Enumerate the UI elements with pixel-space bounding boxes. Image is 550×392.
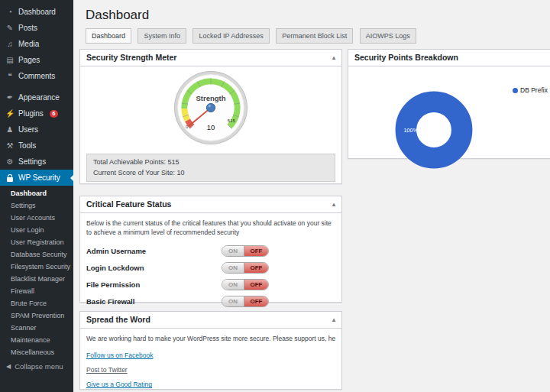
twitter-link[interactable]: Post to Twitter: [86, 366, 128, 374]
toggle-off-segment[interactable]: OFF: [244, 246, 268, 256]
panel-collapse-toggle-icon[interactable]: ▴: [332, 53, 335, 62]
panel-collapse-toggle-icon[interactable]: ▴: [332, 316, 335, 324]
sidebar-item-label: Tools: [18, 141, 36, 151]
submenu-item-user-login[interactable]: User Login: [0, 224, 73, 236]
submenu-item-user-accounts[interactable]: User Accounts: [0, 212, 73, 224]
sidebar-item-dashboard[interactable]: ◔ Dashboard: [0, 4, 73, 20]
points-donut-chart: 100%: [392, 88, 476, 172]
submenu-item-miscellaneous[interactable]: Miscellaneous: [0, 346, 73, 358]
submenu-item-scanner[interactable]: Scanner: [0, 322, 73, 334]
rating-link[interactable]: Give us a Good Rating: [86, 381, 152, 388]
sidebar-item-plugins[interactable]: ⚡ Plugins 6: [0, 105, 73, 121]
feature-toggle-basic-firewall[interactable]: ON OFF: [222, 296, 269, 307]
toggle-off-segment[interactable]: OFF: [244, 263, 268, 273]
facebook-link[interactable]: Follow us on Facebook: [86, 352, 153, 359]
total-achievable-points: Total Achievable Points: 515: [93, 157, 328, 168]
gauge-label: Strength: [196, 94, 225, 102]
plugins-icon: ⚡: [5, 109, 15, 118]
sidebar-item-label: Posts: [18, 23, 37, 33]
lock-icon: [5, 174, 15, 182]
feature-toggle-login-lockdown[interactable]: ON OFF: [222, 262, 269, 274]
donut-slice-label: 100%: [403, 127, 418, 134]
panel-collapse-toggle-icon[interactable]: ▴: [332, 200, 335, 209]
tab-permanent-block-list[interactable]: Permanent Block List: [276, 28, 353, 44]
sidebar-item-label: Pages: [18, 55, 40, 65]
tab-system-info[interactable]: System Info: [138, 28, 186, 44]
pages-icon: ▤: [5, 55, 15, 65]
sidebar-item-pages[interactable]: ▤ Pages: [0, 52, 73, 68]
sidebar-item-tools[interactable]: ⚒ Tools: [0, 138, 73, 154]
sidebar-item-label: Comments: [18, 71, 55, 81]
chart-legend: DB Prefix: [513, 86, 548, 94]
submenu-item-blacklist-manager[interactable]: Blacklist Manager: [0, 273, 73, 285]
score-summary-box: Total Achievable Points: 515 Current Sco…: [86, 154, 335, 182]
submenu-item-spam-prevention[interactable]: SPAM Prevention: [0, 309, 73, 322]
sidebar-item-comments[interactable]: ❝ Comments: [0, 68, 73, 84]
spread-description: We are working hard to make your WordPre…: [86, 334, 335, 343]
panel-title: Spread the Word: [86, 316, 150, 324]
toggle-on-segment[interactable]: ON: [222, 263, 244, 273]
toggle-on-segment[interactable]: ON: [222, 246, 244, 256]
feature-toggle-file-permission[interactable]: ON OFF: [222, 279, 269, 290]
feature-row-basic-firewall: Basic Firewall ON OFF: [86, 293, 335, 310]
sidebar-item-settings[interactable]: ⚙ Settings: [0, 154, 73, 170]
submenu-item-database-security[interactable]: Database Security: [0, 248, 73, 261]
sidebar-item-label: Media: [18, 39, 39, 49]
collapse-menu-label: Collapse menu: [15, 362, 63, 371]
strength-gauge: Strength 0 515 10: [80, 66, 341, 151]
submenu-item-settings[interactable]: Settings: [0, 199, 73, 212]
submenu-item-dashboard[interactable]: Dashboard: [0, 187, 73, 199]
gauge-max: 515: [228, 118, 236, 123]
submenu-item-user-registration[interactable]: User Registration: [0, 236, 73, 248]
tab-bar: Dashboard System Info Locked IP Addresse…: [86, 28, 419, 44]
sidebar-item-wp-security[interactable]: WP Security: [0, 170, 73, 186]
tab-dashboard[interactable]: Dashboard: [86, 28, 131, 44]
wp-security-submenu: Dashboard Settings User Accounts User Lo…: [0, 186, 73, 358]
sidebar-item-label: Dashboard: [18, 7, 56, 17]
gauge-yellow-zone: [184, 109, 187, 120]
sidebar-item-appearance[interactable]: ✒ Appearance: [0, 89, 73, 105]
submenu-item-firewall[interactable]: Firewall: [0, 285, 73, 297]
sidebar-item-label: Settings: [18, 157, 46, 167]
settings-icon: ⚙: [5, 157, 15, 167]
feature-row-login-lockdown: Login Lockdown ON OFF: [86, 260, 335, 277]
panel-title: Security Strength Meter: [86, 53, 176, 62]
toggle-on-segment[interactable]: ON: [222, 280, 244, 290]
sidebar-item-label: Plugins: [18, 109, 44, 118]
toggle-off-segment[interactable]: OFF: [244, 280, 268, 290]
update-count-badge: 6: [50, 110, 58, 118]
submenu-item-filesystem-security[interactable]: Filesystem Security: [0, 261, 73, 273]
posts-icon: ✎: [5, 23, 15, 33]
menu-separator: [0, 84, 73, 89]
submenu-item-maintenance[interactable]: Maintenance: [0, 334, 73, 346]
tools-icon: ⚒: [5, 141, 15, 151]
sidebar-item-users[interactable]: ♟ Users: [0, 121, 73, 138]
collapse-menu-button[interactable]: ◀ Collapse menu: [0, 359, 73, 374]
gauge-hub: [206, 103, 215, 112]
feature-label: Admin Username: [86, 247, 146, 255]
submenu-item-brute-force[interactable]: Brute Force: [0, 297, 73, 309]
toggle-on-segment[interactable]: ON: [222, 296, 244, 306]
feature-row-file-permission: File Permission ON OFF: [86, 277, 335, 293]
feature-toggle-admin-username[interactable]: ON OFF: [222, 245, 269, 257]
feature-label: Login Lockdown: [86, 264, 144, 272]
sidebar-item-posts[interactable]: ✎ Posts: [0, 20, 73, 36]
toggle-off-segment[interactable]: OFF: [244, 296, 268, 306]
security-strength-meter-panel: Security Strength Meter ▴ Stren: [79, 49, 342, 184]
spread-the-word-panel: Spread the Word ▴ We are working hard to…: [79, 311, 342, 390]
appearance-icon: ✒: [5, 92, 15, 102]
users-icon: ♟: [5, 125, 15, 134]
tab-locked-ip-addresses[interactable]: Locked IP Addresses: [192, 28, 269, 44]
sidebar-item-label: WP Security: [18, 173, 60, 183]
feature-label: File Permission: [86, 280, 140, 289]
media-icon: ♫: [5, 39, 15, 49]
tab-aiowps-logs[interactable]: AIOWPS Logs: [360, 28, 416, 44]
legend-label: DB Prefix: [520, 86, 548, 94]
panel-title: Critical Feature Status: [86, 200, 171, 209]
sidebar-item-media[interactable]: ♫ Media: [0, 36, 73, 52]
collapse-icon: ◀: [6, 363, 11, 370]
sidebar-item-label: Appearance: [18, 92, 60, 102]
critical-status-description: Below is the current status of the criti…: [86, 219, 335, 238]
critical-feature-status-panel: Critical Feature Status ▴ Below is the c…: [79, 196, 342, 303]
panel-title: Security Points Breakdown: [354, 53, 458, 62]
